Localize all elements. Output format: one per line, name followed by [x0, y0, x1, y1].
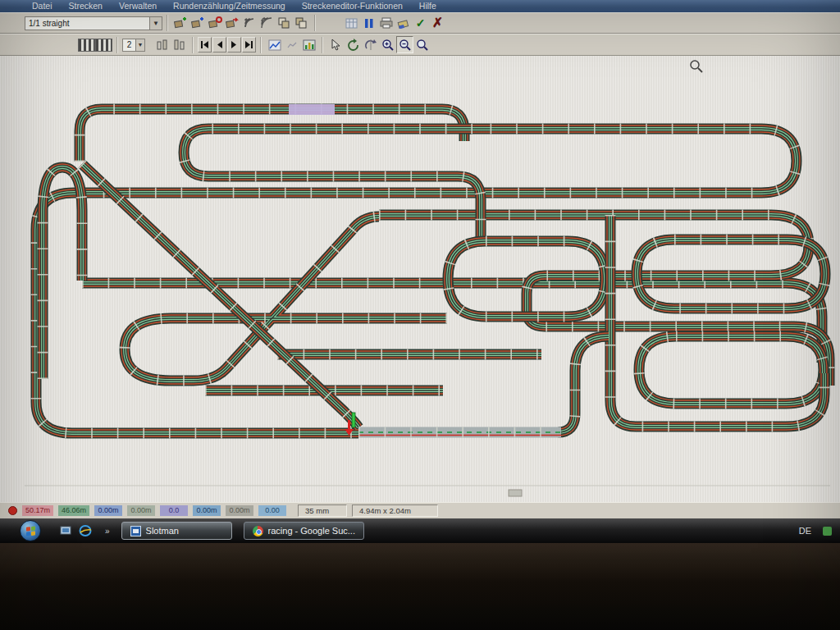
rotate-piece-icon — [347, 39, 360, 51]
number-lanes-icon — [174, 39, 185, 51]
status-badge: 0.00m — [193, 505, 221, 516]
zoom-out-button[interactable] — [396, 36, 413, 53]
chevron-down-icon[interactable]: ▼ — [135, 39, 144, 51]
nav-prev-button[interactable] — [212, 37, 226, 52]
show-desktop-icon[interactable] — [59, 524, 72, 537]
chart-line-icon — [268, 39, 281, 51]
rotate-piece-button[interactable] — [345, 36, 362, 53]
piece-selector-combobox[interactable]: 1/1 straight ▼ — [25, 16, 162, 30]
track-layout-svg — [0, 56, 840, 502]
apply-button[interactable]: ✓ — [412, 15, 429, 32]
chart-bars-icon — [303, 39, 316, 51]
status-badge: 0.00m — [94, 505, 122, 516]
status-badge: 0.0 — [160, 505, 188, 516]
insert-piece-button[interactable] — [189, 15, 207, 32]
eraser-button[interactable] — [395, 15, 412, 32]
grid-size-cell: 35 mm — [298, 504, 347, 517]
menu-verwalten[interactable]: Verwalten — [112, 0, 164, 12]
number-pieces-button[interactable] — [153, 36, 171, 53]
status-badge: 0.00 — [258, 505, 286, 516]
record-status-icon — [8, 506, 17, 515]
track-editor-canvas[interactable] — [0, 56, 840, 502]
curve-large-icon — [260, 16, 274, 30]
internet-explorer-icon[interactable] — [79, 524, 92, 537]
discard-button[interactable]: ✗ — [429, 15, 446, 32]
piece-navigation — [198, 37, 256, 52]
paste-piece-button[interactable] — [293, 15, 310, 32]
copy-piece-icon — [277, 16, 291, 30]
status-badge: 0.00m — [127, 505, 155, 516]
menu-streckeneditor-funktionen[interactable]: Streckeneditor-Funktionen — [294, 0, 410, 12]
status-badge: 0.00m — [226, 505, 253, 516]
status-badge: 50.17m — [22, 505, 53, 516]
track-pieces — [36, 109, 829, 433]
chart-line-button[interactable] — [266, 36, 283, 53]
nav-next-icon — [231, 41, 238, 48]
tray-app-icon[interactable] — [823, 527, 832, 536]
discard-x-icon: ✗ — [432, 16, 443, 30]
taskbar-window-browser[interactable]: racing - Google Suc... — [244, 522, 364, 540]
start-button[interactable] — [20, 520, 41, 541]
pause-button[interactable] — [360, 15, 377, 32]
taskbar-window-slotman[interactable]: Slotman — [121, 522, 232, 540]
toolbar-separator — [192, 37, 194, 53]
two-lane-icon — [78, 39, 95, 52]
toolbar-separator — [116, 37, 118, 53]
curve-small-button[interactable] — [241, 15, 258, 32]
zoom-cursor-icon — [691, 61, 702, 72]
scroll-thumb[interactable] — [509, 490, 522, 496]
status-bar: 50.17m 46.06m 0.00m 0.00m 0.0 0.00m 0.00… — [0, 502, 840, 518]
selected-straight-piece[interactable] — [358, 432, 561, 436]
two-lane-button[interactable] — [78, 36, 95, 53]
delete-piece-button[interactable] — [207, 15, 224, 32]
number-pieces-icon — [157, 39, 168, 51]
quick-launch: » — [59, 524, 110, 537]
menu-hilfe[interactable]: Hilfe — [412, 0, 444, 12]
piece-selector-value: 1/1 straight — [25, 17, 149, 30]
photographed-laptop-screen: Datei Strecken Verwalten Rundenzählung/Z… — [0, 0, 840, 630]
nav-last-button[interactable] — [242, 37, 256, 52]
select-tool-button[interactable] — [327, 36, 345, 53]
quick-launch-overflow[interactable]: » — [105, 527, 110, 536]
nav-next-button[interactable] — [227, 37, 241, 52]
print-button[interactable] — [377, 15, 395, 32]
menu-bar: Datei Strecken Verwalten Rundenzählung/Z… — [0, 0, 840, 12]
flip-piece-button[interactable] — [362, 36, 379, 53]
add-piece-button[interactable] — [172, 15, 189, 32]
grid-table-button[interactable] — [343, 15, 360, 32]
menu-rundenzaehlung[interactable]: Rundenzählung/Zeitmessung — [166, 0, 293, 12]
paste-piece-icon — [294, 16, 308, 30]
language-indicator[interactable]: DE — [799, 526, 811, 536]
replace-piece-button[interactable] — [224, 15, 241, 32]
toolbar-separator — [260, 37, 262, 53]
four-lane-icon — [95, 39, 112, 52]
add-piece-icon — [174, 16, 188, 30]
nav-prev-icon — [216, 41, 223, 48]
pause-icon — [364, 18, 374, 29]
lane-count-spinner[interactable]: 2 ▼ — [122, 39, 145, 52]
highlighted-segment[interactable] — [289, 104, 335, 115]
grid-table-icon — [345, 18, 358, 29]
chart-mini-button[interactable] — [283, 36, 300, 53]
zoom-in-icon — [381, 39, 395, 52]
number-lanes-button[interactable] — [171, 36, 188, 53]
select-cursor-icon — [331, 39, 341, 51]
menu-datei[interactable]: Datei — [25, 0, 60, 12]
toolbar-separator — [167, 15, 168, 31]
taskbar: » Slotman racing - Google Suc... DE — [0, 518, 840, 543]
nav-last-icon — [244, 41, 253, 48]
track-dimensions-cell: 4.94m x 2.04m — [352, 504, 438, 517]
chevron-down-icon[interactable]: ▼ — [149, 17, 162, 30]
zoom-mode-button[interactable] — [413, 36, 431, 53]
chart-mini-icon — [287, 41, 297, 49]
curve-large-button[interactable] — [258, 15, 276, 32]
main-toolbar: 1/1 straight ▼ ✓ ✗ — [0, 12, 840, 34]
zoom-in-button[interactable] — [379, 36, 396, 53]
chart-bars-button[interactable] — [300, 36, 317, 53]
copy-piece-button[interactable] — [276, 15, 293, 32]
lane-count-value: 2 — [123, 39, 135, 51]
menu-strecken[interactable]: Strecken — [62, 0, 110, 12]
four-lane-button[interactable] — [95, 36, 112, 53]
delete-piece-icon — [208, 16, 222, 30]
nav-first-button[interactable] — [198, 37, 212, 52]
